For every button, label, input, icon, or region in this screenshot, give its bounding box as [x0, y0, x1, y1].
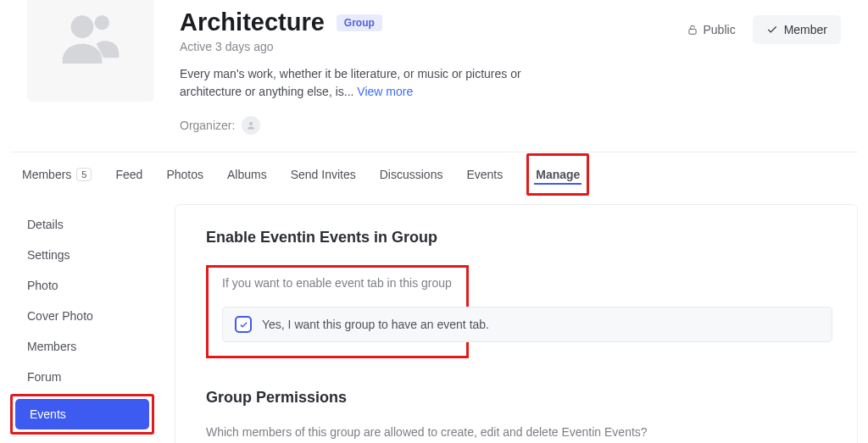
members-count-badge: 5 [76, 168, 92, 181]
tab-send-invites[interactable]: Send Invites [291, 156, 356, 193]
check-icon [766, 24, 778, 36]
tab-albums[interactable]: Albums [227, 156, 267, 193]
tab-members-label: Members [22, 168, 71, 181]
sidebar-item-events[interactable]: Events [15, 399, 149, 429]
group-permissions-hint: Which members of this group are allowed … [206, 425, 826, 439]
tab-members[interactable]: Members 5 [22, 156, 92, 193]
highlight-enable-section: If you want to enable event tab in this … [206, 265, 469, 358]
sidebar-item-photo[interactable]: Photo [10, 270, 154, 301]
group-avatar [27, 0, 154, 102]
svg-point-1 [95, 15, 109, 30]
view-more-link[interactable]: View more [357, 85, 413, 98]
enable-events-hint: If you want to enable event tab in this … [222, 276, 453, 290]
tab-events[interactable]: Events [466, 156, 503, 193]
tab-photos[interactable]: Photos [166, 156, 203, 193]
description-text: Every man's work, whether it be literatu… [180, 67, 521, 98]
tab-manage[interactable]: Manage [534, 159, 581, 190]
svg-rect-3 [688, 29, 695, 34]
privacy-label: Public [704, 23, 736, 36]
sidebar-item-cover-photo[interactable]: Cover Photo [10, 301, 154, 331]
tab-feed[interactable]: Feed [115, 156, 142, 193]
enable-events-checkbox-row[interactable]: Yes, I want this group to have an event … [222, 307, 832, 342]
member-status-button[interactable]: Member [753, 15, 841, 44]
organizer-avatar[interactable] [242, 116, 260, 135]
highlight-sidebar-events: Events [10, 394, 154, 435]
manage-sidebar: Details Settings Photo Cover Photo Membe… [10, 204, 154, 443]
group-type-badge: Group [337, 14, 382, 31]
tab-discussions[interactable]: Discussions [380, 156, 443, 193]
group-icon [57, 4, 125, 72]
sidebar-item-settings[interactable]: Settings [10, 240, 154, 270]
tabs-nav: Members 5 Feed Photos Albums Send Invite… [10, 152, 858, 196]
sidebar-item-members[interactable]: Members [10, 331, 154, 362]
sidebar-item-delete[interactable]: Delete [10, 436, 154, 443]
member-button-label: Member [784, 23, 827, 36]
manage-content: Enable Eventin Events in Group If you wa… [175, 204, 858, 443]
svg-point-2 [249, 122, 253, 125]
highlight-manage-tab: Manage [526, 153, 589, 196]
group-permissions-title: Group Permissions [206, 389, 826, 407]
privacy-indicator: Public [687, 23, 736, 36]
sidebar-item-details[interactable]: Details [10, 209, 154, 240]
organizer-label: Organizer: [180, 119, 235, 132]
group-description: Every man's work, whether it be literatu… [180, 65, 553, 101]
enable-events-checkbox-label: Yes, I want this group to have an event … [262, 318, 489, 331]
user-icon [246, 120, 256, 130]
enable-events-checkbox[interactable] [235, 316, 252, 333]
check-icon [239, 320, 248, 329]
group-title: Architecture [180, 8, 325, 36]
svg-point-0 [71, 15, 94, 38]
enable-events-title: Enable Eventin Events in Group [206, 229, 826, 246]
unlock-icon [687, 24, 698, 36]
sidebar-item-forum[interactable]: Forum [10, 362, 154, 392]
